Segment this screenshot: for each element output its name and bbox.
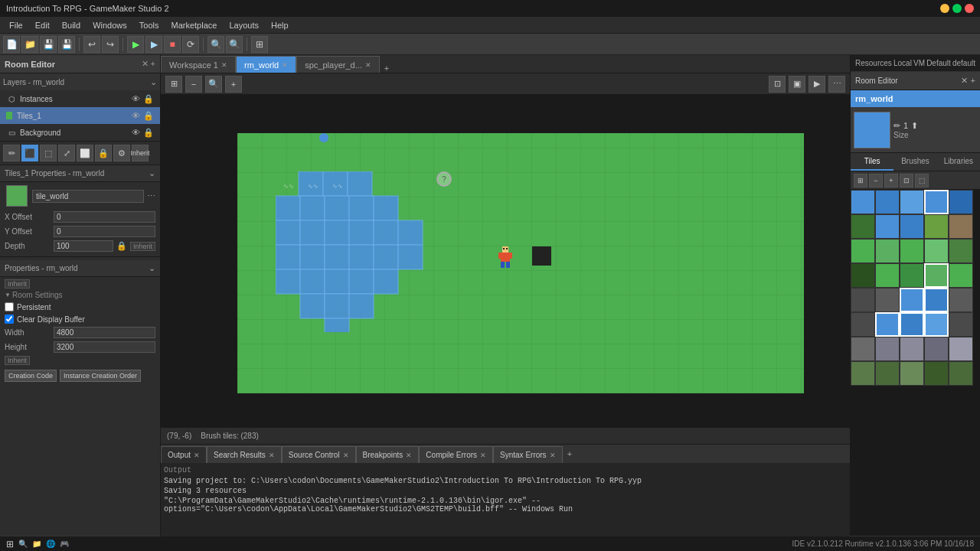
tab-spc-player[interactable]: spc_player_d... ✕ (296, 56, 380, 73)
output-tab-search[interactable]: Search Results ✕ (207, 446, 282, 463)
redo-btn[interactable]: ↪ (102, 36, 119, 53)
resources-btn[interactable]: Resources (855, 59, 892, 67)
minimize-btn[interactable] (940, 4, 949, 13)
room-settings-expand[interactable]: ⌄ (149, 263, 155, 273)
yoffset-value[interactable]: 0 (54, 226, 155, 237)
tile-cell-4-1[interactable] (875, 288, 900, 312)
tile-cell-2-4[interactable] (949, 239, 973, 263)
tile-tab-brushes[interactable]: Brushes (893, 153, 936, 171)
tile-cell-4-0[interactable] (851, 288, 875, 312)
tile-cell-6-3[interactable] (924, 337, 949, 361)
output-tab-output-close[interactable]: ✕ (194, 452, 200, 459)
new-btn[interactable]: 📄 (3, 36, 20, 53)
width-value[interactable]: 4800 (54, 327, 155, 338)
persistent-row[interactable]: Persistent (0, 301, 160, 313)
lock-tool[interactable]: 🔒 (95, 145, 112, 161)
tile-cell-7-0[interactable] (851, 361, 875, 386)
tiles1-lock[interactable]: 🔒 (143, 111, 154, 121)
zoom-in-canvas-btn[interactable]: + (225, 76, 242, 93)
zoom-out-btn[interactable]: 🔍 (226, 36, 243, 53)
room-inherit-btn[interactable]: Inherit (5, 356, 30, 365)
tile-cell-7-2[interactable] (900, 361, 924, 386)
tile-cell-3-1[interactable] (875, 263, 900, 288)
instances-lock[interactable]: 🔒 (143, 94, 154, 104)
tiles1-eye[interactable]: 👁 (132, 111, 140, 120)
tile-cell-0-0[interactable] (851, 190, 875, 214)
stop-btn[interactable]: ■ (164, 36, 181, 53)
tab-rm-world[interactable]: rm_world ✕ (236, 56, 296, 73)
move-tool[interactable]: ⤢ (58, 145, 75, 161)
tile-cell-4-3[interactable] (924, 288, 949, 312)
tile-fit-btn[interactable]: ⊡ (900, 174, 913, 187)
fill-tool[interactable]: ⬛ (21, 145, 38, 161)
tile-cell-5-4[interactable] (949, 312, 973, 337)
output-tab-compile[interactable]: Compile Errors ✕ (419, 446, 493, 463)
zoom-out-canvas-btn[interactable]: − (185, 76, 202, 93)
tile-cell-5-1[interactable] (875, 312, 900, 337)
output-tab-source-close[interactable]: ✕ (343, 452, 349, 459)
output-tab-compile-close[interactable]: ✕ (480, 452, 486, 459)
settings-tool[interactable]: ⚙ (113, 145, 130, 161)
tab-workspace1[interactable]: Workspace 1 ✕ (161, 56, 236, 73)
layer-tiles1[interactable]: Tiles_1 👁 🔒 (0, 107, 160, 124)
instance-creation-order-btn[interactable]: Instance Creation Order (60, 370, 141, 382)
room-settings-inherit[interactable]: Inherit (5, 279, 30, 289)
tile-cell-6-2[interactable] (900, 337, 924, 361)
tile-cell-0-1[interactable] (875, 190, 900, 214)
menu-windows[interactable]: Windows (87, 19, 133, 31)
xoffset-value[interactable]: 0 (54, 211, 155, 223)
tile-cell-2-2[interactable] (900, 239, 924, 263)
menu-layouts[interactable]: Layouts (223, 19, 265, 31)
tile-grid[interactable] (851, 190, 980, 536)
start-btn[interactable]: ⊞ (6, 539, 14, 549)
tile-cell-4-2[interactable] (900, 288, 924, 312)
tile-cell-7-3[interactable] (924, 361, 949, 386)
tile-cell-5-3[interactable] (924, 312, 949, 337)
tile-cell-1-1[interactable] (875, 214, 900, 239)
menu-tools[interactable]: Tools (133, 19, 165, 31)
room-editor-close[interactable]: ✕ + (142, 59, 155, 69)
tileset-name[interactable]: tile_world (32, 190, 144, 203)
tile-cell-5-0[interactable] (851, 312, 875, 337)
tileset-menu[interactable]: ⋯ (147, 191, 155, 201)
re-add[interactable]: + (971, 76, 975, 86)
tile-cell-2-1[interactable] (875, 239, 900, 263)
zoom-reset-btn[interactable]: 🔍 (205, 76, 222, 93)
play-btn[interactable]: ▶ (127, 36, 144, 53)
pencil-tool[interactable]: ✏ (3, 145, 20, 161)
undo-btn[interactable]: ↩ (83, 36, 100, 53)
tile-grid-btn[interactable]: ⊞ (854, 174, 867, 187)
vm-btn[interactable]: VM (913, 59, 925, 67)
save-all-btn[interactable]: 💾 (58, 36, 75, 53)
menu-file[interactable]: File (3, 19, 29, 31)
layer-instances[interactable]: ⬡ Instances 👁 🔒 (0, 90, 160, 107)
maximize-btn[interactable] (952, 4, 962, 13)
clean-btn[interactable]: ⟳ (182, 36, 199, 53)
tile-cell-0-2[interactable] (900, 190, 924, 214)
tile-cell-4-4[interactable] (949, 288, 973, 312)
layer-background[interactable]: ▭ Background 👁 🔒 (0, 124, 160, 141)
tile-cell-6-0[interactable] (851, 337, 875, 361)
tile-tab-tiles[interactable]: Tiles (851, 153, 893, 171)
tile-zoom-out-btn[interactable]: − (869, 174, 883, 187)
menu-build[interactable]: Build (56, 19, 87, 31)
snap-btn[interactable]: ⊡ (769, 76, 786, 93)
tile-cell-6-1[interactable] (875, 337, 900, 361)
height-value[interactable]: 3200 (54, 341, 155, 353)
menu-edit[interactable]: Edit (29, 19, 56, 31)
tab-rm-world-close[interactable]: ✕ (282, 61, 288, 69)
tiles1-props-expand[interactable]: ⌄ (149, 168, 155, 178)
default-btn[interactable]: Default (926, 59, 951, 67)
room-canvas[interactable]: ∿∿ ∿∿ ∿∿ ? (237, 133, 804, 393)
menu-help[interactable]: Help (265, 19, 295, 31)
clear-display-checkbox[interactable] (5, 315, 14, 324)
taskbar-app3[interactable]: 🎮 (60, 540, 69, 548)
menu-marketplace[interactable]: Marketplace (165, 19, 223, 31)
close-btn[interactable] (965, 4, 974, 13)
tile-tab-libraries[interactable]: Libraries (937, 153, 980, 171)
tile-cell-0-4[interactable] (949, 190, 973, 214)
clear-display-row[interactable]: Clear Display Buffer (0, 313, 160, 325)
creation-code-btn[interactable]: Creation Code (5, 370, 57, 382)
more-btn[interactable]: ⋯ (828, 76, 845, 93)
tile-cell-1-0[interactable] (851, 214, 875, 239)
